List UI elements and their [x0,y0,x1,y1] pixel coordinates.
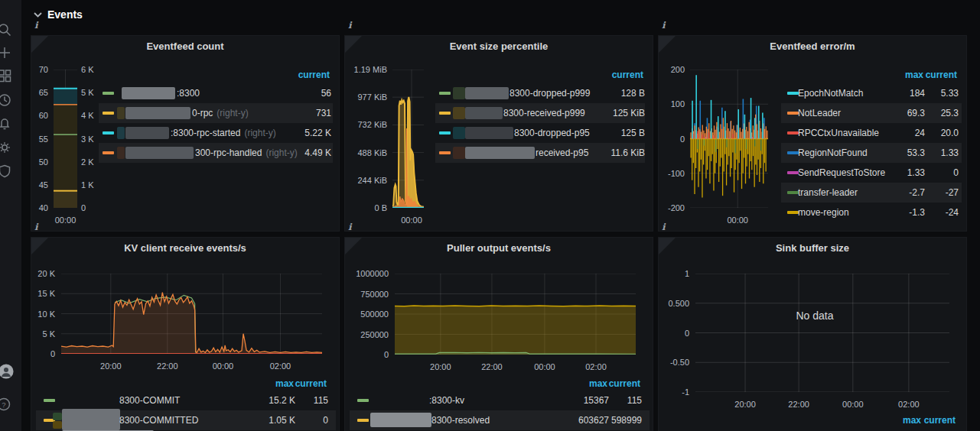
panel-title[interactable]: Puller output events/s [360,242,637,254]
legend-series-label: 8300-dropped-p999 [510,83,590,103]
row-title: Events [47,8,83,21]
legend-swatch-icon [439,92,451,95]
legend-row[interactable]: :830056 [99,83,333,103]
legend-value: 20.0 [941,123,959,143]
panel-info-corner[interactable] [31,238,48,254]
redaction-blob [117,127,125,139]
panel-title[interactable]: Eventfeed count [47,41,324,52]
panel-info-corner[interactable] [659,238,676,254]
x-axis-tick: 02:00 [898,400,920,409]
legend-series-label: 0-rpc(right-y) [192,103,249,123]
legend-value: 69.3 [907,103,925,123]
x-axis-tick: 22:00 [157,362,178,371]
panel-puller-output: i Puller output events/s 100000075000050… [344,237,653,431]
y-axis-tick: 0.500 [668,299,689,307]
y-axis-tick: 100 [671,100,685,109]
info-icon: i [34,222,38,232]
sidebar-help-icon[interactable]: ? [0,397,13,413]
info-icon: i [662,222,666,232]
redaction-blob [117,147,125,159]
legend-value: 53.3 [907,143,925,163]
no-data-label: No data [796,309,834,322]
legend-column-header-max[interactable]: max [903,416,921,426]
y-axis-tick: 1000000 [356,270,389,278]
legend-column-header-current[interactable]: current [609,379,640,389]
redaction-blob [53,421,62,429]
legend-row[interactable]: :8300-kv15367115 [350,390,650,410]
y-axis-tick: 50 [39,157,48,166]
row-toggle-events[interactable]: Events [34,8,83,21]
legend-column-header-max[interactable]: max [589,379,607,389]
chart-plot[interactable] [690,70,768,208]
legend-row[interactable]: SendRequestToStore1.330 [781,163,962,183]
legend-series-label: RegionNotFound [798,143,868,163]
y-axis-tick: 70 [39,66,48,74]
chart-plot[interactable] [392,70,424,208]
sidebar-configuration-icon[interactable] [0,140,14,157]
redaction-blob [125,127,169,139]
chart-plot[interactable] [695,274,949,392]
info-icon: i [348,222,352,232]
panel-kv-client-receive: i KV client receive events/s 20 K15 K10 … [31,237,340,431]
legend-row[interactable]: 8300-COMMITTED1.05 K0 [36,410,336,430]
legend-row[interactable]: 8300-dropped-p999128 B [435,83,645,103]
redaction-blob [453,127,465,139]
x-axis-tick: 00:00 [55,216,77,225]
legend-row[interactable]: 8300-dropped-p95125 B [435,123,645,143]
y-axis-tick: 55 [39,134,48,143]
legend-row[interactable]: RegionNotFound53.31.33 [781,143,962,163]
legend-row[interactable]: 300-rpc-handled(right-y)4.49 K [99,143,333,163]
legend-row[interactable]: 8300-resolved603627598999 [350,410,650,430]
legend-value: 24 [915,123,925,143]
legend-swatch-icon [357,419,369,422]
legend-series-label: :8300-rpc-started(right-y) [171,123,276,143]
redaction-blob [465,127,513,139]
y-axis-tick: 45 [39,180,48,189]
legend-column-header-max[interactable]: max [275,379,294,389]
panel-title[interactable]: Sink buffer size [674,242,951,254]
legend-swatch-icon [439,151,451,154]
chart-plot[interactable] [61,274,322,354]
panel-info-corner[interactable] [345,36,362,53]
legend-row[interactable]: RPCCtxUnavailable2420.0 [781,123,962,143]
panel-title[interactable]: Event size percentile [360,41,637,52]
sidebar-explore-icon[interactable] [0,92,14,109]
legend-row[interactable]: move-region-1.3-24 [781,203,962,222]
sidebar-avatar-icon[interactable] [0,364,18,384]
legend-row[interactable]: EpochNotMatch1845.33 [781,83,962,103]
panel-title[interactable]: Eventfeed error/m [674,41,951,52]
redaction-blob [453,87,465,99]
sidebar-create-icon[interactable] [0,45,14,62]
legend-row[interactable]: received-p9511.6 KiB [435,143,645,163]
panel-info-corner[interactable] [31,36,48,53]
legend-row[interactable]: 8300-COMMIT15.2 K115 [36,390,336,410]
panel-info-corner[interactable] [659,36,676,53]
legend-column-header-current[interactable]: current [295,379,327,389]
legend-value: 5.22 K [304,123,331,143]
sidebar-alerting-icon[interactable] [0,116,14,133]
panel-title[interactable]: KV client receive events/s [47,242,324,254]
sidebar-search-icon[interactable] [0,22,14,39]
legend-column-header-max[interactable]: max [905,70,923,80]
redaction-blob [465,147,535,159]
y-axis-tick: -200 [668,204,685,212]
y-axis-tick: 0 [384,351,389,359]
legend-column-header-current[interactable]: current [924,416,956,426]
legend-column-header-current[interactable]: current [298,70,330,80]
legend-row[interactable]: :8300-rpc-started(right-y)5.22 K [99,123,333,143]
sidebar-server-admin-icon[interactable] [0,164,14,180]
panel-eventfeed-error: i Eventfeed error/m 2001000-100-20000:00… [658,35,967,232]
panel-info-corner[interactable] [345,238,362,254]
chart-plot[interactable] [395,274,636,355]
legend-row[interactable]: NotLeader69.325.3 [781,103,962,123]
redaction-blob [453,147,465,159]
legend-swatch-icon [787,191,799,194]
panel-sink-buffer-size: i Sink buffer size No data 10.5000-0.50-… [658,237,967,431]
legend-column-header-current[interactable]: current [926,70,957,80]
legend-row[interactable]: 0-rpc(right-y)731 [99,103,333,123]
legend-row[interactable]: transfer-leader-2.7-27 [781,183,962,203]
legend-row[interactable]: 8300-received-p999125 KiB [435,103,645,123]
chart-plot[interactable] [54,70,77,208]
sidebar-dashboards-icon[interactable] [0,68,14,85]
legend-column-header-current[interactable]: current [612,70,643,80]
